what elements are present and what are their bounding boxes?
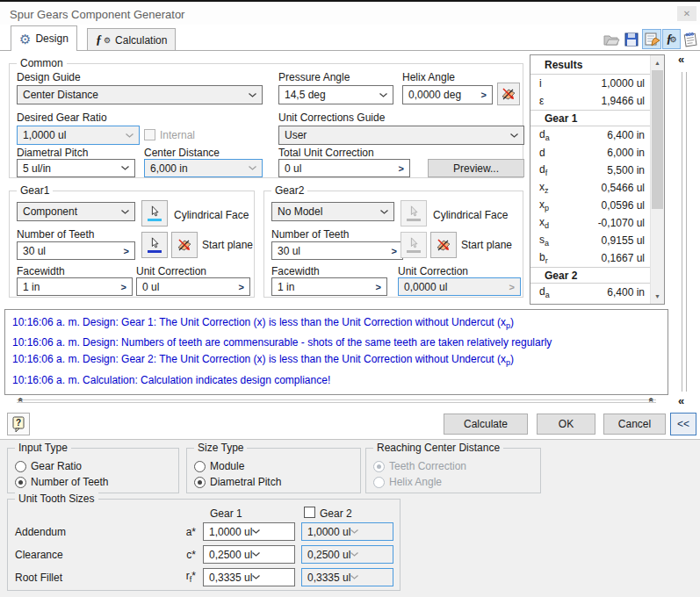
radio-option[interactable]: Module: [194, 460, 360, 472]
gear1-value-combo[interactable]: 0,3335 ul: [203, 568, 295, 586]
radio-option[interactable]: Number of Teeth: [15, 476, 178, 488]
gear1-unit-correction-input[interactable]: 0 ul >: [136, 277, 250, 296]
gear2-override-checkbox[interactable]: [304, 507, 315, 518]
size-type-options: Module Diametral Pitch: [187, 449, 360, 488]
scroll-up-icon[interactable]: ▲: [651, 56, 664, 69]
gear2-model-value: No Model: [278, 205, 322, 218]
gear1-flip-plane-button[interactable]: [171, 232, 198, 258]
helix-angle-input[interactable]: 0,0000 deg >: [402, 85, 493, 104]
unit-tooth-row: Root Fillet rf* 0,3335 ul 0,3335 ul: [8, 568, 400, 586]
radio-option[interactable]: Gear Ratio: [15, 460, 178, 472]
tab-calculation-label: Calculation: [115, 34, 167, 47]
pressure-angle-label: Pressure Angle: [278, 71, 350, 83]
flyout-arrow-icon[interactable]: >: [399, 163, 404, 174]
gear1-value-combo[interactable]: 0,2500 ul: [203, 545, 295, 564]
message-line: 10:16:06 a. m. Design: Gear 1: The Unit …: [12, 314, 660, 334]
flyout-arrow-icon[interactable]: >: [481, 90, 487, 100]
expand-panel-icon[interactable]: «: [678, 394, 684, 407]
flyout-arrow-icon[interactable]: >: [124, 246, 129, 256]
plane-flip-icon: [177, 237, 192, 253]
chevron-down-icon: [252, 529, 260, 534]
gear2-model-combo[interactable]: No Model: [271, 202, 394, 221]
chevron-down-icon: [350, 575, 358, 579]
chevron-down-icon: [252, 552, 260, 557]
gear2-value-combo: 0,2500 ul: [301, 545, 393, 564]
radio-option[interactable]: Diametral Pitch: [194, 476, 360, 488]
calculate-button-label: Calculate: [464, 418, 508, 430]
results-row: sa 0,9155 ul: [530, 232, 650, 249]
unit-corrections-guide-combo[interactable]: User: [278, 126, 524, 145]
chevron-down-icon: [126, 133, 134, 138]
messages-splitter[interactable]: « «: [4, 398, 668, 406]
pressure-angle-value: 14,5 deg: [285, 89, 326, 101]
collapsed-side-panel[interactable]: « «: [672, 53, 699, 407]
save-button[interactable]: [623, 29, 640, 49]
messages-box[interactable]: 10:16:06 a. m. Design: Gear 1: The Unit …: [4, 309, 668, 395]
gear1-facewidth-input[interactable]: 1 in >: [17, 277, 133, 296]
center-distance-combo[interactable]: 6,000 in: [144, 159, 263, 177]
notes-button[interactable]: [682, 29, 700, 49]
gear2-facewidth-input[interactable]: 1 in >: [271, 277, 387, 296]
gear2-legend: Gear2: [271, 184, 307, 197]
result-symbol: ε: [530, 95, 544, 107]
ok-button[interactable]: OK: [537, 414, 595, 435]
result-symbol: br: [530, 251, 548, 265]
helix-plane-button[interactable]: [497, 83, 520, 105]
splitter-up-icon: «: [647, 398, 657, 403]
internal-checkbox[interactable]: [144, 129, 155, 140]
result-value: 0,1667 ul: [602, 252, 650, 264]
cancel-button[interactable]: Cancel: [603, 414, 666, 435]
gear1-start-plane-select-button[interactable]: [141, 232, 168, 258]
result-value: 5,500 in: [607, 164, 650, 176]
row-label: Addendum: [8, 526, 164, 538]
gear1-number-of-teeth-input[interactable]: 30 ul >: [17, 241, 135, 260]
flyout-arrow-icon[interactable]: >: [239, 282, 244, 292]
flyout-arrow-icon[interactable]: >: [392, 246, 397, 256]
desired-gear-ratio-combo[interactable]: 1,0000 ul: [17, 126, 140, 145]
design-guide-combo[interactable]: Center Distance: [17, 85, 263, 104]
tab-bar: ⚙ Design ƒ⚙ Calculation: [0, 25, 700, 51]
helix-angle-value: 0,0000 deg: [408, 89, 461, 101]
close-button[interactable]: ✕: [677, 6, 696, 21]
open-file-button[interactable]: [601, 29, 621, 49]
gear1-cylindrical-face-select-button[interactable]: [141, 200, 168, 227]
export-form-icon: [644, 31, 660, 47]
flyout-arrow-icon[interactable]: >: [376, 282, 381, 292]
pressure-angle-combo[interactable]: 14,5 deg: [278, 85, 393, 104]
gear1-unit-correction-value: 0 ul: [142, 281, 159, 293]
calculate-button[interactable]: Calculate: [444, 414, 528, 435]
preview-button[interactable]: Preview...: [428, 159, 524, 177]
radio-icon: [194, 477, 206, 488]
desired-gear-ratio-value: 1,0000 ul: [23, 129, 66, 141]
calculate-toggle-button[interactable]: ƒ⚙: [662, 29, 681, 49]
tab-calculation[interactable]: ƒ⚙ Calculation: [87, 28, 176, 51]
close-icon: ✕: [683, 9, 690, 18]
tab-design[interactable]: ⚙ Design: [11, 25, 77, 51]
gear2-flip-plane-button[interactable]: [430, 232, 457, 258]
total-unit-correction-input[interactable]: 0 ul >: [278, 159, 410, 177]
expand-panel-icon[interactable]: «: [678, 53, 684, 66]
collapse-more-button[interactable]: <<: [670, 413, 696, 435]
scrollbar-thumb[interactable]: [652, 70, 663, 209]
fx-tab-gear-icon: ⚙: [104, 36, 111, 45]
export-results-button[interactable]: [642, 29, 661, 49]
flyout-arrow-icon[interactable]: >: [121, 282, 126, 292]
scroll-down-icon[interactable]: ▼: [651, 290, 664, 303]
message-line: 10:16:06 a. m. Design: Numbers of teeth …: [12, 334, 660, 351]
title-bar[interactable]: Spur Gears Component Generator ✕: [0, 2, 700, 25]
gear2-unit-correction-input: 0,0000 ul >: [398, 277, 521, 296]
radio-label: Diametral Pitch: [210, 476, 281, 488]
results-list: Results i 1,0000 ul ε 1,9466 ul Gear 1: [530, 55, 650, 304]
unit-corrections-guide-value: User: [285, 129, 307, 141]
results-row: df 5,500 in: [530, 162, 650, 179]
cursor-arrow-icon: [148, 205, 161, 218]
cursor-arrow-icon: [408, 205, 420, 218]
gear1-value-combo[interactable]: 1,0000 ul: [203, 522, 295, 541]
help-button[interactable]: ?: [7, 413, 30, 435]
more-options-area: Input Type Gear Ratio Number of Teeth Si…: [0, 440, 700, 597]
diametral-pitch-combo[interactable]: 5 ul/in: [17, 159, 135, 177]
gear2-number-of-teeth-input[interactable]: 30 ul >: [271, 241, 403, 260]
results-title: Results: [530, 55, 650, 75]
results-scrollbar[interactable]: ▲ ▼: [650, 55, 664, 304]
gear1-model-combo[interactable]: Component: [17, 202, 135, 221]
